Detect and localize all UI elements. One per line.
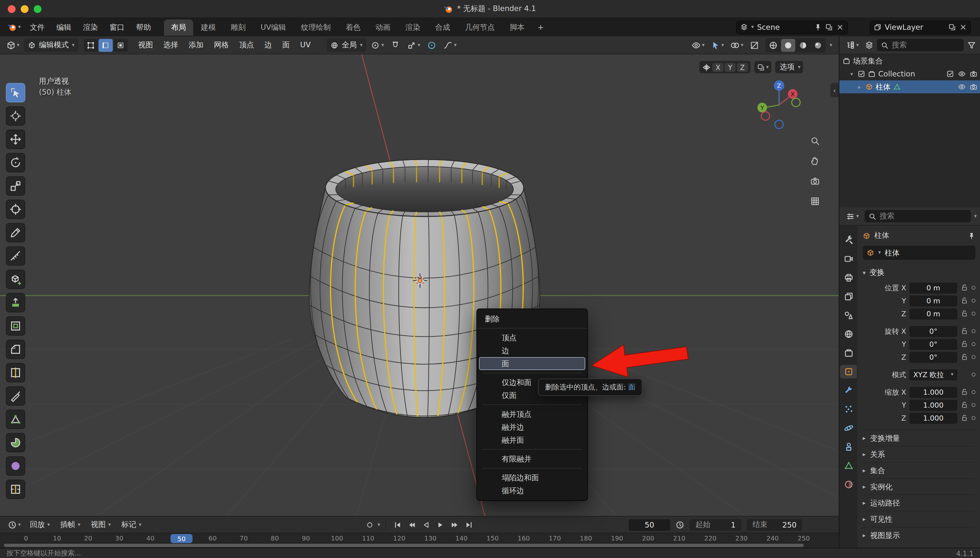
section-6[interactable]: ▸视图显示	[863, 527, 975, 543]
close-window-button[interactable]	[8, 5, 16, 13]
scene-name[interactable]: Scene	[757, 23, 811, 32]
prev-keyframe-button[interactable]	[405, 519, 419, 530]
transform-value-field[interactable]: 1.000	[909, 387, 957, 397]
snap-settings-dropdown[interactable]: ▾	[405, 39, 423, 51]
auto-key-toggle[interactable]	[363, 519, 376, 530]
blender-app-menu[interactable]: ▾	[5, 21, 23, 34]
properties-editor-dropdown[interactable]: ▾	[843, 210, 862, 223]
viewport-menu-3[interactable]: 网格	[209, 38, 234, 53]
tool-poly-build[interactable]	[6, 410, 25, 429]
expand-arrow-icon[interactable]: ▸	[856, 84, 863, 90]
animate-dot[interactable]	[972, 286, 975, 290]
properties-tab-render[interactable]	[840, 252, 857, 266]
menu-item-循环边[interactable]: 循环边	[479, 484, 585, 497]
zoom-button[interactable]	[808, 133, 822, 148]
transform-value-field[interactable]: 1.000	[909, 412, 957, 423]
tool-spin[interactable]	[6, 433, 25, 452]
viewport-menu-2[interactable]: 添加	[184, 38, 209, 53]
remove-viewlayer-icon[interactable]	[959, 23, 967, 31]
properties-tab-object-data[interactable]	[840, 459, 857, 473]
transform-value-field[interactable]: 0 m	[909, 295, 957, 306]
face-select-toggle[interactable]	[113, 39, 128, 51]
lock-icon[interactable]	[960, 388, 969, 396]
workspace-tab-8[interactable]: 合成	[428, 19, 457, 35]
topbar-menu-4[interactable]: 帮助	[130, 20, 157, 34]
mirror-x-button[interactable]: X	[712, 62, 723, 72]
viewport-menu-0[interactable]: 视图	[133, 38, 158, 53]
new-viewlayer-icon[interactable]	[948, 23, 956, 31]
lock-icon[interactable]	[960, 284, 969, 292]
collection-row[interactable]: ▾ Collection	[839, 67, 980, 80]
properties-tab-output[interactable]	[840, 271, 857, 284]
lock-icon[interactable]	[960, 353, 969, 361]
properties-search-input[interactable]: 搜索	[865, 210, 971, 222]
chevron-down-icon[interactable]: ▾	[974, 213, 977, 219]
gizmo-y-neg-ball[interactable]	[792, 98, 800, 107]
options-dropdown[interactable]: 选项 ▾	[775, 61, 803, 73]
tool-cursor[interactable]	[6, 106, 25, 126]
workspace-tab-4[interactable]: 纹理绘制	[294, 19, 338, 35]
timeline-menu-1[interactable]: 插帧▾	[55, 518, 85, 532]
workspace-tab-7[interactable]: 渲染	[398, 19, 427, 35]
pivot-dropdown[interactable]: ▾	[368, 39, 387, 51]
tool-edge-slide[interactable]	[6, 479, 25, 499]
topbar-menu-0[interactable]: 文件	[24, 20, 51, 34]
overlays-dropdown[interactable]: ▾	[728, 39, 746, 51]
properties-tab-physics[interactable]	[840, 421, 857, 435]
transform-value-field[interactable]: 0°	[909, 351, 957, 363]
viewlayer-name[interactable]: ViewLayer	[885, 23, 945, 32]
transform-value-field[interactable]: 0 m	[909, 282, 957, 293]
object-row-cylinder[interactable]: ▸ 柱体	[839, 80, 980, 94]
editor-type-dropdown[interactable]: ▾	[4, 39, 22, 51]
tool-inset-faces[interactable]	[6, 316, 25, 336]
playhead-badge[interactable]: 50	[171, 534, 192, 543]
transform-value-field[interactable]: 1.000	[909, 400, 957, 410]
properties-tab-constraint[interactable]	[840, 440, 857, 454]
topbar-menu-1[interactable]: 编辑	[51, 20, 77, 34]
lock-icon[interactable]	[960, 401, 969, 409]
menu-item-融并边[interactable]: 融并边	[479, 420, 585, 433]
topbar-menu-2[interactable]: 渲染	[77, 20, 104, 34]
section-2[interactable]: ▸集合	[863, 462, 975, 478]
scene-collection-row[interactable]: 场景集合	[839, 54, 980, 67]
mode-dropdown[interactable]: 编辑模式 ▾	[24, 38, 79, 52]
add-workspace-tab[interactable]: +	[532, 20, 549, 35]
workspace-tab-5[interactable]: 着色	[339, 19, 368, 35]
frame-start-field[interactable]: 起始 1	[689, 519, 742, 530]
properties-tab-scene[interactable]	[840, 309, 857, 322]
pan-button[interactable]	[808, 154, 822, 168]
viewport-menu-6[interactable]: 面	[277, 38, 295, 53]
viewlayer-selector[interactable]: ViewLayer	[870, 20, 971, 34]
proportional-edit-toggle[interactable]	[425, 39, 439, 51]
viewport-3d[interactable]: 用户透视 (50) 柱体 X Y Z ▾ 选项 ▾	[0, 54, 839, 516]
display-mode-icon[interactable]	[865, 41, 874, 49]
lock-icon[interactable]	[960, 297, 969, 305]
object-name-field[interactable]: ▾ 柱体	[863, 246, 975, 260]
jump-to-start-button[interactable]	[391, 519, 404, 530]
tool-loop-cut[interactable]	[6, 363, 25, 382]
ortho-toggle-button[interactable]	[808, 194, 822, 208]
edge-select-toggle[interactable]	[98, 39, 113, 51]
minimize-window-button[interactable]	[21, 5, 28, 13]
transform-value-field[interactable]: 0°	[909, 326, 957, 337]
frame-end-field[interactable]: 结束 250	[747, 519, 803, 530]
tool-bevel[interactable]	[6, 340, 25, 359]
animate-dot[interactable]	[972, 373, 975, 377]
tool-add-cube[interactable]	[6, 269, 25, 289]
breadcrumb-object[interactable]: 柱体	[874, 231, 889, 240]
menu-item-塌陷边和面[interactable]: 塌陷边和面	[479, 471, 585, 484]
outliner-editor-dropdown[interactable]: ▾	[843, 39, 862, 51]
collection-checkbox[interactable]	[857, 70, 865, 78]
tool-rotate[interactable]	[6, 153, 25, 172]
viewport-menu-1[interactable]: 选择	[158, 38, 184, 53]
lock-icon[interactable]	[960, 340, 969, 348]
next-keyframe-button[interactable]	[448, 519, 461, 530]
play-button[interactable]	[434, 519, 447, 530]
transform-panel-header[interactable]: ▾ 变换	[863, 268, 975, 277]
tool-move[interactable]	[6, 130, 25, 149]
tool-transform[interactable]	[6, 200, 25, 219]
hide-eye-icon[interactable]	[958, 70, 966, 78]
topbar-menu-3[interactable]: 窗口	[104, 20, 130, 34]
transform-value-field[interactable]: 0 m	[909, 308, 957, 319]
zoom-window-button[interactable]	[34, 5, 41, 13]
